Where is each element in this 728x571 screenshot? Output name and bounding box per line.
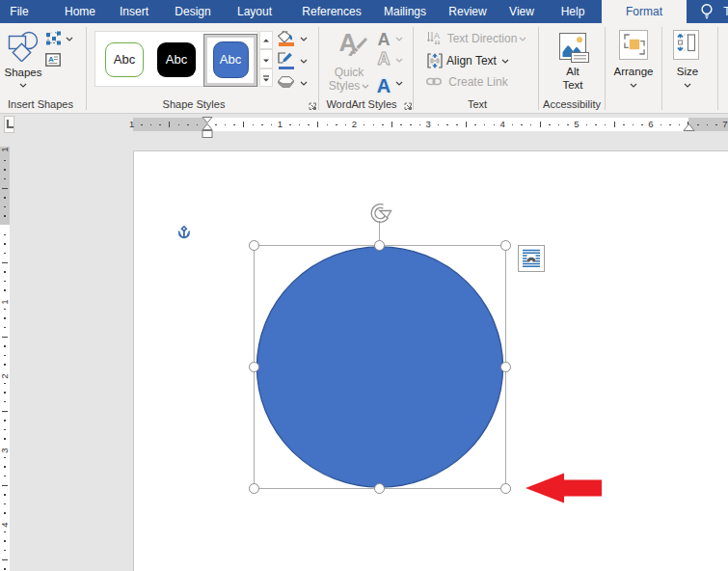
svg-text:A: A xyxy=(48,55,54,64)
svg-text:A: A xyxy=(434,32,440,41)
